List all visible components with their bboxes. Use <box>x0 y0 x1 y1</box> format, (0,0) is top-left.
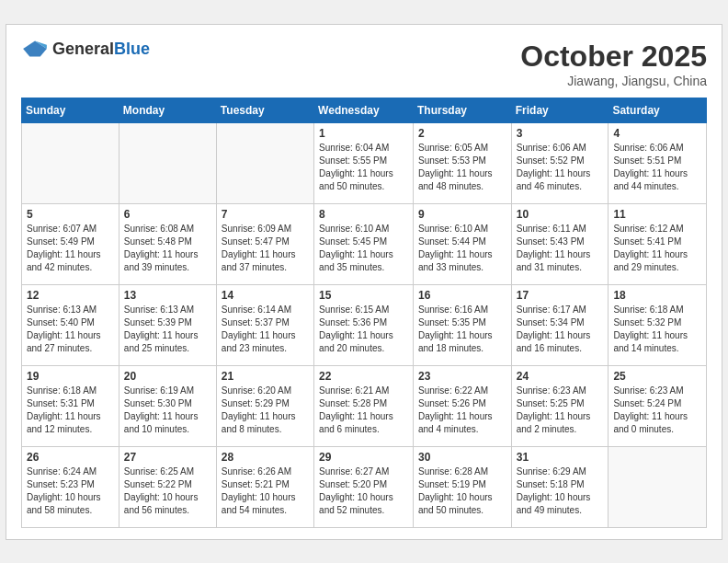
table-row: 10Sunrise: 6:11 AM Sunset: 5:43 PM Dayli… <box>511 203 609 284</box>
day-info: Sunrise: 6:10 AM Sunset: 5:44 PM Dayligh… <box>418 223 506 274</box>
day-info: Sunrise: 6:22 AM Sunset: 5:26 PM Dayligh… <box>418 385 506 436</box>
day-info: Sunrise: 6:06 AM Sunset: 5:51 PM Dayligh… <box>613 142 701 193</box>
svg-marker-0 <box>23 40 47 56</box>
day-info: Sunrise: 6:14 AM Sunset: 5:37 PM Dayligh… <box>222 304 309 355</box>
day-number: 25 <box>613 370 701 383</box>
day-info: Sunrise: 6:27 AM Sunset: 5:20 PM Dayligh… <box>319 465 408 517</box>
month-title: October 2025 <box>520 40 707 74</box>
table-row: 12Sunrise: 6:13 AM Sunset: 5:40 PM Dayli… <box>22 284 119 365</box>
table-row: 6Sunrise: 6:08 AM Sunset: 5:48 PM Daylig… <box>119 203 216 284</box>
day-number: 29 <box>319 451 408 464</box>
day-info: Sunrise: 6:04 AM Sunset: 5:55 PM Dayligh… <box>319 142 408 193</box>
table-row: 28Sunrise: 6:26 AM Sunset: 5:21 PM Dayli… <box>216 446 313 527</box>
day-info: Sunrise: 6:08 AM Sunset: 5:48 PM Dayligh… <box>124 223 211 274</box>
logo-general: General <box>52 40 114 58</box>
calendar-grid: Sunday Monday Tuesday Wednesday Thursday… <box>21 98 707 528</box>
day-info: Sunrise: 6:19 AM Sunset: 5:30 PM Dayligh… <box>124 385 211 436</box>
day-info: Sunrise: 6:16 AM Sunset: 5:35 PM Dayligh… <box>418 304 506 355</box>
table-row: 5Sunrise: 6:07 AM Sunset: 5:49 PM Daylig… <box>22 203 119 284</box>
day-info: Sunrise: 6:11 AM Sunset: 5:43 PM Dayligh… <box>517 223 604 274</box>
day-number: 23 <box>418 370 506 383</box>
calendar-container: GeneralBlue October 2025 Jiawang, Jiangs… <box>6 24 722 540</box>
day-info: Sunrise: 6:20 AM Sunset: 5:29 PM Dayligh… <box>222 385 309 436</box>
table-row: 17Sunrise: 6:17 AM Sunset: 5:34 PM Dayli… <box>511 284 609 365</box>
logo-icon <box>21 40 49 58</box>
day-number: 20 <box>124 370 211 383</box>
calendar-week-row: 5Sunrise: 6:07 AM Sunset: 5:49 PM Daylig… <box>22 203 707 284</box>
day-number: 9 <box>418 208 506 221</box>
day-number: 16 <box>418 289 506 302</box>
logo-blue: Blue <box>114 40 150 58</box>
day-info: Sunrise: 6:17 AM Sunset: 5:34 PM Dayligh… <box>517 304 604 355</box>
day-info: Sunrise: 6:09 AM Sunset: 5:47 PM Dayligh… <box>222 223 309 274</box>
header-sunday: Sunday <box>22 98 119 122</box>
day-number: 6 <box>124 208 211 221</box>
header-saturday: Saturday <box>609 98 707 122</box>
weekday-header-row: Sunday Monday Tuesday Wednesday Thursday… <box>22 98 707 122</box>
day-number: 2 <box>418 127 506 140</box>
header-friday: Friday <box>511 98 609 122</box>
header: GeneralBlue October 2025 Jiawang, Jiangs… <box>21 40 707 88</box>
day-number: 22 <box>319 370 408 383</box>
day-info: Sunrise: 6:05 AM Sunset: 5:53 PM Dayligh… <box>418 142 506 193</box>
table-row: 21Sunrise: 6:20 AM Sunset: 5:29 PM Dayli… <box>216 365 313 446</box>
table-row: 16Sunrise: 6:16 AM Sunset: 5:35 PM Dayli… <box>413 284 511 365</box>
day-number: 21 <box>222 370 309 383</box>
day-number: 14 <box>222 289 309 302</box>
day-info: Sunrise: 6:23 AM Sunset: 5:25 PM Dayligh… <box>517 385 604 436</box>
day-info: Sunrise: 6:06 AM Sunset: 5:52 PM Dayligh… <box>517 142 604 193</box>
day-number: 28 <box>222 451 309 464</box>
day-number: 31 <box>517 451 604 464</box>
table-row: 3Sunrise: 6:06 AM Sunset: 5:52 PM Daylig… <box>511 122 609 203</box>
day-info: Sunrise: 6:26 AM Sunset: 5:21 PM Dayligh… <box>222 465 309 517</box>
table-row: 13Sunrise: 6:13 AM Sunset: 5:39 PM Dayli… <box>119 284 216 365</box>
day-info: Sunrise: 6:28 AM Sunset: 5:19 PM Dayligh… <box>418 465 506 517</box>
day-info: Sunrise: 6:13 AM Sunset: 5:40 PM Dayligh… <box>27 304 114 355</box>
day-info: Sunrise: 6:12 AM Sunset: 5:41 PM Dayligh… <box>613 223 701 274</box>
table-row <box>22 122 119 203</box>
table-row <box>119 122 216 203</box>
calendar-week-row: 1Sunrise: 6:04 AM Sunset: 5:55 PM Daylig… <box>22 122 707 203</box>
table-row: 8Sunrise: 6:10 AM Sunset: 5:45 PM Daylig… <box>314 203 414 284</box>
table-row: 7Sunrise: 6:09 AM Sunset: 5:47 PM Daylig… <box>216 203 313 284</box>
table-row: 15Sunrise: 6:15 AM Sunset: 5:36 PM Dayli… <box>314 284 414 365</box>
table-row: 26Sunrise: 6:24 AM Sunset: 5:23 PM Dayli… <box>22 446 119 527</box>
table-row: 24Sunrise: 6:23 AM Sunset: 5:25 PM Dayli… <box>511 365 609 446</box>
day-number: 12 <box>27 289 114 302</box>
day-number: 3 <box>517 127 604 140</box>
table-row: 29Sunrise: 6:27 AM Sunset: 5:20 PM Dayli… <box>314 446 414 527</box>
header-wednesday: Wednesday <box>314 98 414 122</box>
table-row: 25Sunrise: 6:23 AM Sunset: 5:24 PM Dayli… <box>609 365 707 446</box>
table-row: 9Sunrise: 6:10 AM Sunset: 5:44 PM Daylig… <box>413 203 511 284</box>
day-info: Sunrise: 6:18 AM Sunset: 5:32 PM Dayligh… <box>613 304 701 355</box>
logo: GeneralBlue <box>21 40 150 59</box>
day-number: 15 <box>319 289 408 302</box>
table-row: 19Sunrise: 6:18 AM Sunset: 5:31 PM Dayli… <box>22 365 119 446</box>
table-row: 22Sunrise: 6:21 AM Sunset: 5:28 PM Dayli… <box>314 365 414 446</box>
day-number: 4 <box>613 127 701 140</box>
calendar-week-row: 26Sunrise: 6:24 AM Sunset: 5:23 PM Dayli… <box>22 446 707 527</box>
day-number: 19 <box>27 370 114 383</box>
day-info: Sunrise: 6:18 AM Sunset: 5:31 PM Dayligh… <box>27 385 114 436</box>
day-info: Sunrise: 6:10 AM Sunset: 5:45 PM Dayligh… <box>319 223 408 274</box>
header-monday: Monday <box>119 98 216 122</box>
day-number: 11 <box>613 208 701 221</box>
day-number: 8 <box>319 208 408 221</box>
day-number: 30 <box>418 451 506 464</box>
day-info: Sunrise: 6:15 AM Sunset: 5:36 PM Dayligh… <box>319 304 408 355</box>
day-info: Sunrise: 6:24 AM Sunset: 5:23 PM Dayligh… <box>27 465 114 517</box>
day-number: 5 <box>27 208 114 221</box>
day-info: Sunrise: 6:21 AM Sunset: 5:28 PM Dayligh… <box>319 385 408 436</box>
table-row: 31Sunrise: 6:29 AM Sunset: 5:18 PM Dayli… <box>511 446 609 527</box>
table-row: 2Sunrise: 6:05 AM Sunset: 5:53 PM Daylig… <box>413 122 511 203</box>
day-info: Sunrise: 6:29 AM Sunset: 5:18 PM Dayligh… <box>517 465 604 517</box>
day-info: Sunrise: 6:23 AM Sunset: 5:24 PM Dayligh… <box>613 385 701 436</box>
table-row <box>216 122 313 203</box>
day-number: 1 <box>319 127 408 140</box>
table-row: 11Sunrise: 6:12 AM Sunset: 5:41 PM Dayli… <box>609 203 707 284</box>
title-section: October 2025 Jiawang, Jiangsu, China <box>520 40 707 88</box>
header-thursday: Thursday <box>413 98 511 122</box>
day-number: 10 <box>517 208 604 221</box>
table-row: 30Sunrise: 6:28 AM Sunset: 5:19 PM Dayli… <box>413 446 511 527</box>
day-number: 18 <box>613 289 701 302</box>
